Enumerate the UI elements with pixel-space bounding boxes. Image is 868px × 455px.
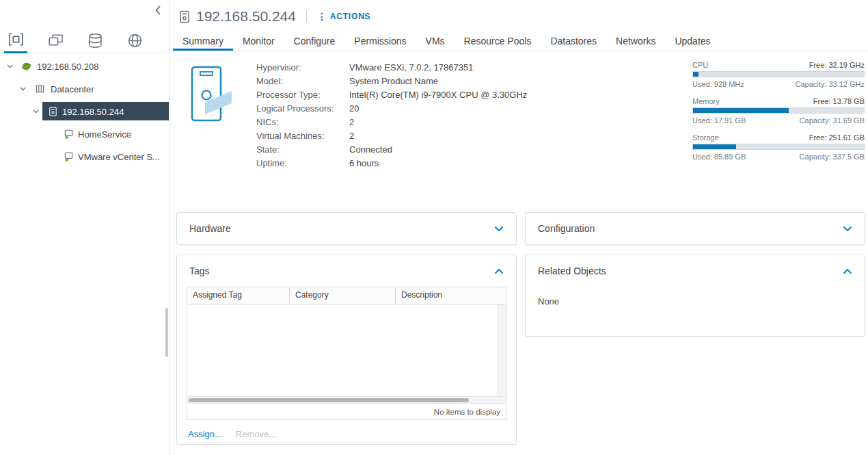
vms-and-templates-icon [47,32,64,49]
header-divider [306,10,307,23]
field-label: Model: [256,76,349,86]
field-row: State:Connected [256,142,527,156]
column-header-description[interactable]: Description [396,287,506,304]
tags-panel-header[interactable]: Tags [177,255,516,287]
nav-networking[interactable] [123,27,146,53]
actions-menu-button[interactable]: ⋮ ACTIONS [317,12,370,21]
sidebar: 192.168.50.208 Datacenter 192 [0,0,169,455]
tags-table-footer: No items to display [187,403,506,419]
panel-title: Related Objects [538,265,606,276]
host-icon [179,10,190,23]
meter-free: Free: 251.61 GB [809,133,865,142]
column-header-category[interactable]: Category [290,287,396,304]
tags-table-body [187,304,506,396]
configuration-panel: Configuration [525,212,865,245]
datacenter-icon [35,83,45,94]
related-objects-panel-header[interactable]: Related Objects [526,255,865,287]
field-row: Model:System Product Name [256,74,527,88]
tab-summary[interactable]: Summary [173,31,233,51]
main-content: 192.168.50.244 ⋮ ACTIONS Summary Monitor… [170,0,868,455]
object-header: 192.168.50.244 ⋮ ACTIONS [179,5,370,27]
field-row: Uptime:6 hours [256,156,527,170]
cpu-meter: CPUFree: 32.19 GHz Used: 928 MHzCapacity… [692,61,865,88]
vsphere-client-window: 192.168.50.208 Datacenter 192 [0,0,868,455]
tab-networks[interactable]: Networks [606,31,665,51]
field-value: 2 [349,117,354,127]
assign-tag-button[interactable]: Assign... [188,429,222,439]
cpu-usage-bar [692,71,865,77]
tree-item-label: HomeService [78,129,131,139]
page-title: 192.168.50.244 [196,8,296,25]
tree-item-vm-homeservice[interactable]: HomeService [0,122,169,145]
storage-meter: StorageFree: 251.61 GB Used: 85.89 GBCap… [692,133,865,161]
tab-resource-pools[interactable]: Resource Pools [455,31,541,51]
tab-permissions[interactable]: Permissions [344,31,416,51]
tree-item-vm-vcenter-server[interactable]: VMware vCenter S... [0,145,169,168]
vm-icon [64,129,74,140]
chevron-up-icon [843,268,852,274]
panel-title: Hardware [189,223,231,234]
tab-vms[interactable]: VMs [416,31,455,51]
column-header-assigned-tag[interactable]: Assigned Tag [187,287,290,304]
field-value: System Product Name [349,76,438,86]
meter-name: CPU [692,61,708,69]
field-label: Logical Processors: [256,103,349,114]
meter-used: Used: 85.89 GB [692,153,746,161]
chevron-down-icon[interactable] [20,87,26,91]
sidebar-scrollbar[interactable] [165,308,168,357]
horizontal-scrollbar[interactable] [187,396,506,403]
hardware-panel: Hardware [176,212,517,245]
chevron-down-icon[interactable] [7,64,13,68]
hardware-panel-header[interactable]: Hardware [177,213,516,244]
tree-item-label: 192.168.50.208 [37,61,98,71]
tags-panel: Tags Assigned Tag Category Description N… [176,255,517,445]
tags-table: Assigned Tag Category Description No ite… [187,287,506,420]
panel-title: Configuration [538,223,595,234]
meter-capacity: Capacity: 337.5 GB [800,153,865,161]
sidebar-collapse-button[interactable] [152,5,164,17]
horizontal-scrollbar-thumb[interactable] [189,398,469,402]
nav-vms-and-templates[interactable] [44,27,67,53]
memory-usage-fill [693,108,789,113]
tags-table-header: Assigned Tag Category Description [187,287,506,304]
inventory-switcher [0,27,169,53]
field-row: Hypervisor:VMware ESXi, 7.0.2, 17867351 [256,60,527,74]
meter-free: Free: 13.78 GB [813,97,865,105]
field-value: 20 [349,103,359,114]
meter-used: Used: 928 MHz [692,80,744,88]
chevron-down-icon [494,226,504,232]
field-label: Processor Type: [256,90,349,100]
meter-free: Free: 32.19 GHz [809,61,865,69]
chevron-down-icon[interactable] [33,109,39,114]
field-value: Connected [349,144,392,155]
tree-item-datacenter[interactable]: Datacenter [0,77,169,100]
remove-tag-button[interactable]: Remove... [236,429,276,439]
panel-title: Tags [189,265,210,276]
related-objects-panel: Related Objects None [525,255,865,337]
meter-name: Memory [692,97,720,105]
meter-used: Used: 17.91 GB [692,116,746,125]
chevron-up-icon [494,268,504,274]
nav-hosts-and-clusters[interactable] [4,27,27,53]
field-value: Intel(R) Core(TM) i9-7900X CPU @ 3.30GHz [349,90,527,100]
tree-item-host-selected[interactable]: 192.168.50.244 [0,100,169,122]
vcenter-icon [21,61,31,71]
tree-item-vcenter[interactable]: 192.168.50.208 [0,55,169,77]
storage-icon [87,32,104,49]
hosts-and-clusters-icon [8,31,25,48]
field-row: Virtual Machines:2 [256,129,527,142]
tab-datastores[interactable]: Datastores [541,31,606,51]
field-value: VMware ESXi, 7.0.2, 17867351 [349,62,473,73]
actions-label: ACTIONS [330,12,371,21]
nav-storage[interactable] [83,27,107,53]
vm-icon [64,151,74,162]
tab-updates[interactable]: Updates [665,31,720,51]
host-icon [48,106,58,116]
tab-configure[interactable]: Configure [284,31,345,51]
tags-actions: Assign... Remove... [177,420,516,448]
tree-item-label: VMware vCenter S... [78,151,160,161]
configuration-panel-header[interactable]: Configuration [526,213,865,244]
tab-monitor[interactable]: Monitor [233,31,284,51]
meter-name: Storage [692,133,719,142]
vertical-scrollbar[interactable] [497,304,506,396]
